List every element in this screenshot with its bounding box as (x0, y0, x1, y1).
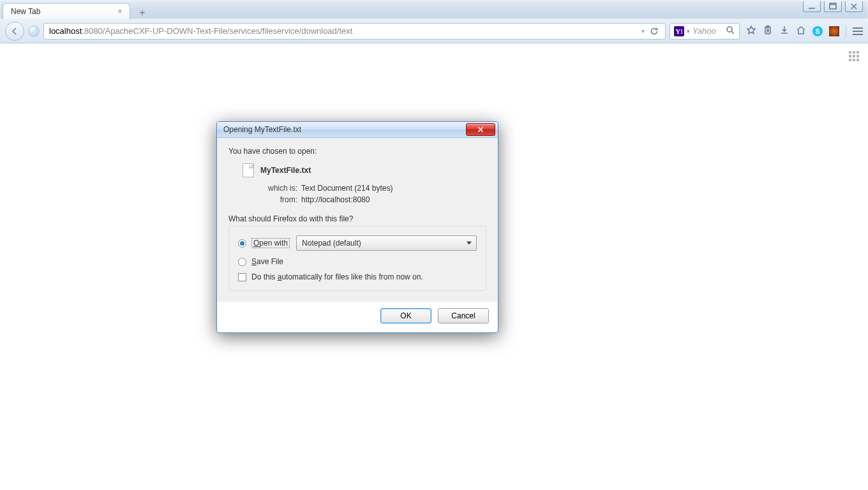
dialog-from: from: http://localhost:8080 (260, 195, 486, 204)
download-dialog: Opening MyTextFile.txt You have chosen t… (216, 121, 498, 333)
save-file-row: Save File (238, 257, 477, 266)
dialog-title: Opening MyTextFile.txt (223, 125, 466, 134)
which-is-value: Text Document (214 bytes) (301, 184, 393, 193)
url-host: localhost (49, 26, 82, 36)
ok-button[interactable]: OK (380, 308, 431, 323)
from-label: from: (260, 195, 301, 204)
new-tab-button[interactable]: + (135, 6, 149, 19)
dialog-button-row: OK Cancel (217, 302, 498, 332)
window-close-button[interactable] (845, 1, 863, 12)
cancel-button-label: Cancel (451, 311, 475, 320)
dialog-lead-text: You have chosen to open: (228, 147, 486, 156)
dialog-file-row: MyTextFile.txt (243, 163, 486, 177)
tiles-icon[interactable] (849, 51, 859, 61)
dialog-titlebar[interactable]: Opening MyTextFile.txt (217, 122, 498, 138)
url-bar[interactable]: localhost:8080/ApacheCXF-UP-DOWN-Text-Fi… (43, 23, 666, 40)
which-is-label: which is: (260, 184, 301, 193)
remember-label: Do this automatically for files like thi… (251, 272, 423, 281)
dialog-body: You have chosen to open: MyTextFile.txt … (217, 138, 498, 302)
save-file-label: Save File (251, 257, 283, 266)
back-button[interactable] (5, 22, 24, 41)
svg-point-1 (727, 27, 732, 32)
reload-icon[interactable] (648, 26, 660, 37)
navigation-bar: localhost:8080/ApacheCXF-UP-DOWN-Text-Fi… (0, 19, 868, 43)
maximize-button[interactable] (824, 1, 842, 12)
open-with-dropdown[interactable]: Notepad (default) (296, 235, 477, 251)
downloads-icon[interactable] (779, 25, 789, 37)
dialog-close-button[interactable] (466, 123, 495, 136)
url-history-dropdown-icon[interactable]: ▾ (641, 27, 645, 34)
toolbar-separator (846, 25, 846, 38)
home-icon[interactable] (796, 25, 806, 37)
minimize-button[interactable] (803, 1, 821, 12)
addon-icon[interactable] (829, 26, 839, 36)
cancel-button[interactable]: Cancel (438, 308, 489, 323)
ok-button-label: OK (400, 311, 411, 320)
dialog-option-group: Open with Notepad (default) Save File Do… (228, 226, 486, 291)
clipboard-icon[interactable] (763, 25, 773, 37)
window-controls (803, 1, 863, 12)
url-path: :8080/ApacheCXF-UP-DOWN-Text-File/servic… (82, 26, 352, 36)
search-box[interactable]: Y! ▾ Yahoo (670, 23, 740, 40)
search-placeholder: Yahoo (692, 26, 716, 36)
search-engine-dropdown-icon[interactable]: ▾ (687, 28, 690, 34)
remember-checkbox[interactable] (238, 273, 246, 281)
remember-row: Do this automatically for files like thi… (238, 272, 477, 281)
from-value: http://localhost:8080 (301, 195, 370, 204)
menu-icon[interactable] (853, 27, 863, 35)
open-with-radio[interactable] (238, 239, 246, 248)
toolbar-icons: S (746, 25, 863, 38)
open-with-value: Notepad (default) (302, 239, 361, 248)
open-with-row: Open with Notepad (default) (238, 235, 477, 251)
tab-title: New Tab (11, 7, 40, 16)
dialog-file-name: MyTextFile.txt (260, 166, 311, 175)
tab-strip: New Tab × + (3, 3, 149, 19)
file-icon (243, 163, 254, 177)
bookmark-star-icon[interactable] (746, 25, 756, 37)
tab-close-icon[interactable]: × (116, 7, 124, 16)
yahoo-search-icon: Y! (674, 26, 684, 36)
dialog-which-is: which is: Text Document (214 bytes) (260, 184, 486, 193)
dialog-question: What should Firefox do with this file? (228, 214, 486, 223)
tab-newtab[interactable]: New Tab × (3, 3, 130, 19)
site-identity-icon (28, 26, 40, 37)
open-with-label: Open with (251, 238, 290, 248)
save-file-radio[interactable] (238, 258, 246, 266)
search-icon[interactable] (725, 25, 735, 37)
skype-icon[interactable]: S (812, 26, 823, 36)
